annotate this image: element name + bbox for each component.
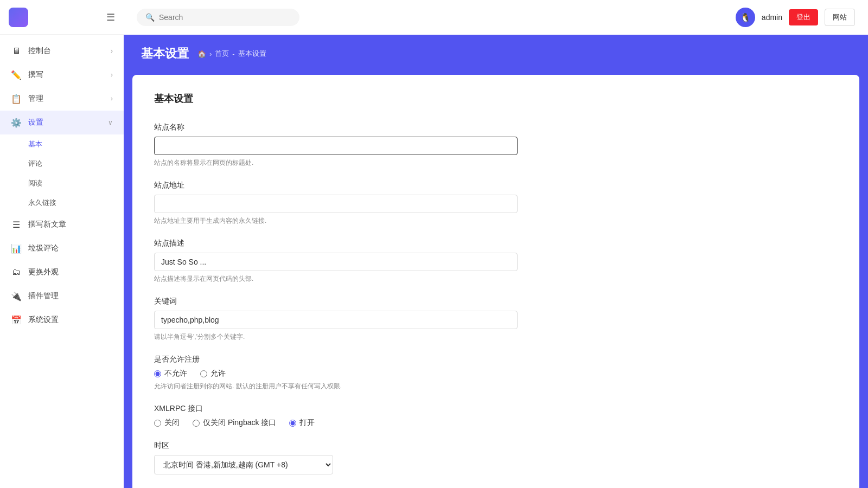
site-url-input[interactable] [154, 195, 518, 213]
sidebar-sub-permalink-label: 永久链接 [28, 198, 56, 208]
site-url-group: 站点地址 站点地址主要用于生成内容的永久链接. [154, 181, 838, 226]
site-desc-label: 站点描述 [154, 239, 838, 248]
radio-allow-label[interactable]: 允许 [200, 369, 226, 378]
sidebar-sub-item-reading[interactable]: 阅读 [0, 174, 124, 193]
xmlrpc-open-label[interactable]: 打开 [289, 418, 315, 428]
sidebar-sub-item-comment[interactable]: 评论 [0, 154, 124, 174]
site-url-label: 站点地址 [154, 181, 838, 190]
theme-icon: 🗂 [11, 267, 22, 278]
radio-xmlrpc-close[interactable] [154, 420, 161, 427]
sidebar-item-settings-label: 设置 [28, 118, 43, 127]
sidebar-item-write-label: 撰写 [28, 70, 43, 80]
new-post-icon: ☰ [11, 219, 22, 230]
sidebar: ☰ 🖥 控制台 › ✏️ 撰写 › 📋 管理 › ⚙️ 设置 ∨ 基本 [0, 0, 124, 488]
xmlrpc-close-label[interactable]: 关闭 [154, 418, 180, 428]
settings-icon: ⚙️ [11, 117, 22, 128]
site-button[interactable]: 网站 [825, 9, 855, 26]
site-name-group: 站点名称 站点的名称将显示在网页的标题处. [154, 123, 838, 168]
breadcrumb-sep2: - [232, 50, 234, 58]
logout-button[interactable]: 登出 [789, 9, 818, 25]
page-area: 基本设置 🏠 › 首页 - 基本设置 基本设置 站点名称 站点的名称将显示在网页… [124, 35, 868, 488]
header-right: 🐧 admin 登出 网站 [736, 8, 855, 27]
sidebar-item-theme[interactable]: 🗂 更换外观 [0, 260, 124, 284]
sidebar-item-dashboard[interactable]: 🖥 控制台 › [0, 39, 124, 63]
sidebar-item-plugins-label: 插件管理 [28, 291, 59, 301]
header: 🔍 🐧 admin 登出 网站 [124, 0, 868, 35]
allow-register-label: 是否允许注册 [154, 355, 838, 364]
keywords-label: 关键词 [154, 297, 838, 306]
sidebar-item-spam[interactable]: 📊 垃圾评论 [0, 236, 124, 260]
xmlrpc-close-text: 关闭 [164, 418, 180, 428]
sidebar-sub-basic-label: 基本 [28, 139, 42, 149]
xmlrpc-pingback-text: 仅关闭 Pingback 接口 [203, 418, 276, 428]
write-icon: ✏️ [11, 69, 22, 80]
avatar: 🐧 [736, 8, 755, 27]
sidebar-item-manage-label: 管理 [28, 94, 43, 104]
sidebar-item-manage[interactable]: 📋 管理 › [0, 87, 124, 111]
allow-register-group: 是否允许注册 不允许 允许 允许访问者注册到你的网站. 默认的注册用户不享有任何… [154, 355, 838, 391]
breadcrumb-home-icon: 🏠 [197, 50, 206, 58]
xmlrpc-group: XMLRPC 接口 关闭 仅关闭 Pingback 接口 打开 [154, 404, 838, 428]
radio-allow-text: 允许 [210, 369, 226, 378]
search-icon: 🔍 [145, 13, 155, 22]
sidebar-sub-item-basic[interactable]: 基本 [0, 134, 124, 154]
keywords-input[interactable] [154, 311, 518, 329]
radio-deny-text: 不允许 [164, 369, 187, 378]
sidebar-sub-reading-label: 阅读 [28, 178, 42, 188]
timezone-select[interactable]: 北京时间 香港,新加坡,越南 (GMT +8) [154, 455, 333, 474]
spam-icon: 📊 [11, 243, 22, 254]
sidebar-nav: 🖥 控制台 › ✏️ 撰写 › 📋 管理 › ⚙️ 设置 ∨ 基本 评论 [0, 35, 124, 488]
write-arrow: › [111, 71, 113, 79]
register-radio-group: 不允许 允许 [154, 369, 838, 378]
main-area: 🔍 🐧 admin 登出 网站 基本设置 🏠 › 首页 - 基本设置 基本设置 [124, 0, 868, 488]
hamburger-icon[interactable]: ☰ [106, 11, 115, 23]
site-name-hint: 站点的名称将显示在网页的标题处. [154, 158, 838, 168]
site-name-input[interactable] [154, 137, 518, 155]
sidebar-item-plugins[interactable]: 🔌 插件管理 [0, 284, 124, 308]
sidebar-item-sysconfig-label: 系统设置 [28, 315, 59, 325]
xmlrpc-radio-group: 关闭 仅关闭 Pingback 接口 打开 [154, 418, 838, 428]
radio-allow[interactable] [200, 370, 207, 377]
timezone-group: 时区 北京时间 香港,新加坡,越南 (GMT +8) [154, 441, 838, 474]
xmlrpc-open-text: 打开 [299, 418, 315, 428]
settings-arrow: ∨ [108, 119, 113, 126]
sidebar-item-new-post[interactable]: ☰ 撰写新文章 [0, 213, 124, 236]
timezone-label: 时区 [154, 441, 838, 451]
radio-xmlrpc-pingback[interactable] [193, 420, 200, 427]
sidebar-item-dashboard-label: 控制台 [28, 46, 51, 56]
sidebar-item-spam-label: 垃圾评论 [28, 243, 59, 253]
content-card: 基本设置 站点名称 站点的名称将显示在网页的标题处. 站点地址 站点地址主要用于… [132, 75, 859, 488]
sidebar-item-theme-label: 更换外观 [28, 267, 59, 277]
xmlrpc-pingback-label[interactable]: 仅关闭 Pingback 接口 [193, 418, 276, 428]
dashboard-icon: 🖥 [11, 46, 22, 56]
page-title: 基本设置 [141, 46, 189, 62]
dashboard-arrow: › [111, 47, 113, 55]
radio-deny-label[interactable]: 不允许 [154, 369, 187, 378]
sysconfig-icon: 📅 [11, 314, 22, 325]
breadcrumb-current: 基本设置 [238, 49, 266, 59]
xmlrpc-label: XMLRPC 接口 [154, 404, 838, 414]
sidebar-item-new-post-label: 撰写新文章 [28, 220, 66, 229]
keywords-group: 关键词 请以半角逗号','分割多个关键字. [154, 297, 838, 342]
site-desc-group: 站点描述 站点描述将显示在网页代码的头部. [154, 239, 838, 284]
sidebar-item-settings[interactable]: ⚙️ 设置 ∨ [0, 111, 124, 134]
site-url-hint: 站点地址主要用于生成内容的永久链接. [154, 216, 838, 226]
site-desc-input[interactable] [154, 253, 518, 271]
sidebar-logo: ☰ [0, 0, 124, 35]
radio-deny[interactable] [154, 370, 161, 377]
plugins-icon: 🔌 [11, 291, 22, 301]
search-input[interactable] [159, 13, 291, 22]
breadcrumb-home[interactable]: 首页 [215, 49, 229, 59]
site-name-label: 站点名称 [154, 123, 838, 132]
radio-xmlrpc-open[interactable] [289, 420, 296, 427]
logo-icon [9, 8, 28, 27]
card-title: 基本设置 [154, 92, 838, 105]
sidebar-item-write[interactable]: ✏️ 撰写 › [0, 63, 124, 87]
sidebar-item-sysconfig[interactable]: 📅 系统设置 [0, 308, 124, 332]
admin-name: admin [762, 13, 782, 22]
allow-register-hint: 允许访问者注册到你的网站. 默认的注册用户不享有任何写入权限. [154, 382, 838, 391]
sidebar-sub-comment-label: 评论 [28, 159, 42, 169]
sidebar-sub-item-permalink[interactable]: 永久链接 [0, 193, 124, 213]
breadcrumb: 🏠 › 首页 - 基本设置 [197, 49, 266, 59]
keywords-hint: 请以半角逗号','分割多个关键字. [154, 332, 838, 342]
